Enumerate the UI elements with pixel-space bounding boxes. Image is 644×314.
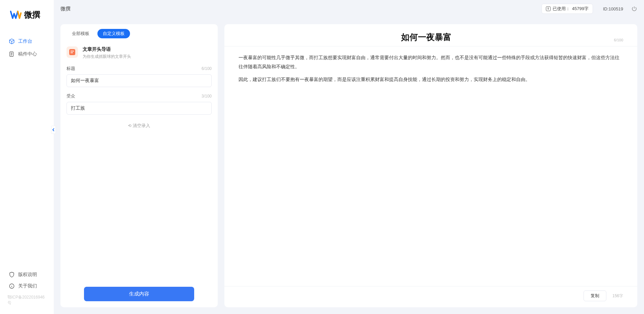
icp-text: 鄂ICP备2022016946号 [0, 292, 54, 309]
template-tabs: 全部模板 自定义模板 [60, 29, 218, 43]
chevron-left-icon [52, 128, 55, 131]
text-count-icon: T [546, 6, 551, 11]
field-label: 受众 [67, 93, 75, 99]
document-list-icon [9, 51, 15, 57]
sidebar-item-label: 版权说明 [18, 272, 37, 278]
sidebar-item-label: 关于我们 [18, 283, 37, 289]
output-body[interactable]: 一夜暴富的可能性几乎微乎其微，而打工族想要实现财富自由，通常需要付出大量的时间和… [224, 46, 637, 286]
sidebar-item-workspace[interactable]: 工作台 [0, 35, 54, 48]
template-title: 文章开头导语 [83, 46, 131, 52]
form-panel: 全部模板 自定义模板 文章开头导语 为你生成抓眼球的文章开头 标题 [60, 24, 218, 307]
info-icon [9, 283, 15, 289]
clear-input-link[interactable]: 清空录入 [128, 123, 150, 128]
output-footer: 复制 156字 [224, 286, 637, 301]
title-input[interactable] [67, 74, 212, 87]
output-paragraph: 一夜暴富的可能性几乎微乎其微，而打工族想要实现财富自由，通常需要付出大量的时间和… [239, 53, 623, 71]
output-title-count: 6/100 [614, 38, 623, 42]
power-icon[interactable] [631, 6, 637, 12]
cube-icon [9, 38, 15, 44]
field-count: 3/100 [202, 94, 212, 99]
shield-icon [9, 272, 15, 278]
brand-logo[interactable]: 微撰 [0, 0, 54, 28]
output-title[interactable]: 如何一夜暴富 [239, 32, 614, 43]
output-panel: 如何一夜暴富 6/100 一夜暴富的可能性几乎微乎其微，而打工族想要实现财富自由… [224, 24, 637, 307]
tab-all-templates[interactable]: 全部模板 [67, 29, 95, 38]
tab-custom-templates[interactable]: 自定义模板 [97, 29, 130, 38]
template-desc: 为你生成抓眼球的文章开头 [83, 54, 131, 60]
sidebar-item-copyright[interactable]: 版权说明 [0, 269, 54, 280]
field-label: 标题 [67, 66, 75, 72]
field-audience: 受众 3/100 [67, 93, 212, 115]
audience-input[interactable] [67, 102, 212, 115]
usage-badge[interactable]: T 已使用： 45799字 [542, 4, 593, 14]
user-id: ID:100519 [603, 6, 623, 11]
document-icon [69, 49, 75, 55]
form-area: 标题 6/100 受众 3/100 清空录入 [60, 66, 218, 287]
sidebar: 微撰 工作台 稿件中心 [0, 0, 54, 314]
content: 全部模板 自定义模板 文章开头导语 为你生成抓眼球的文章开头 标题 [54, 17, 644, 314]
sidebar-nav: 工作台 稿件中心 [0, 28, 54, 266]
output-paragraph: 因此，建议打工族们不要抱有一夜暴富的期望，而是应该注重积累财富和提高自身技能，通… [239, 75, 623, 84]
topbar: 微撰 T 已使用： 45799字 ID:100519 [54, 0, 644, 17]
main-area: 微撰 T 已使用： 45799字 ID:100519 全部模板 自定义模板 [54, 0, 644, 314]
template-header: 文章开头导语 为你生成抓眼球的文章开头 [60, 43, 218, 66]
template-icon [67, 46, 78, 58]
sidebar-item-drafts[interactable]: 稿件中心 [0, 48, 54, 61]
sidebar-item-label: 稿件中心 [18, 51, 37, 57]
sidebar-item-about[interactable]: 关于我们 [0, 280, 54, 292]
page-title: 微撰 [60, 6, 71, 12]
field-count: 6/100 [202, 66, 212, 71]
usage-value: 45799字 [572, 6, 589, 12]
output-header: 如何一夜暴富 6/100 [224, 32, 637, 46]
sidebar-item-label: 工作台 [18, 38, 32, 44]
usage-label: 已使用： [553, 6, 570, 12]
word-count: 156字 [612, 293, 623, 299]
generate-button[interactable]: 生成内容 [84, 287, 194, 301]
brand-name: 微撰 [24, 9, 40, 20]
field-title: 标题 6/100 [67, 66, 212, 87]
sidebar-collapse-handle[interactable] [51, 126, 56, 134]
sidebar-footer: 版权说明 关于我们 鄂ICP备2022016946号 [0, 266, 54, 314]
copy-button[interactable]: 复制 [584, 290, 606, 301]
logo-icon [10, 10, 22, 19]
